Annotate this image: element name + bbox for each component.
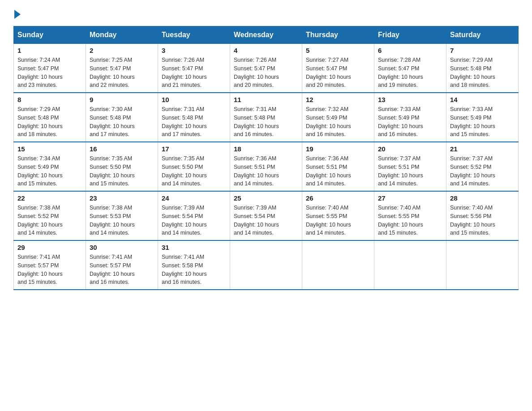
calendar-cell: 21 Sunrise: 7:37 AM Sunset: 5:52 PM Dayl… (446, 142, 519, 191)
calendar-header-thursday: Thursday (302, 26, 374, 44)
calendar-header-monday: Monday (86, 26, 158, 44)
day-number: 12 (306, 96, 370, 103)
day-info: Sunrise: 7:29 AM Sunset: 5:48 PM Dayligh… (450, 56, 515, 90)
day-info: Sunrise: 7:38 AM Sunset: 5:52 PM Dayligh… (17, 204, 82, 237)
page-header (13, 9, 519, 17)
day-info: Sunrise: 7:36 AM Sunset: 5:51 PM Dayligh… (306, 154, 370, 188)
calendar-cell (374, 240, 446, 290)
day-info: Sunrise: 7:24 AM Sunset: 5:47 PM Dayligh… (17, 56, 82, 90)
calendar-cell: 1 Sunrise: 7:24 AM Sunset: 5:47 PM Dayli… (14, 44, 86, 93)
calendar-cell: 13 Sunrise: 7:33 AM Sunset: 5:49 PM Dayl… (374, 93, 446, 142)
calendar-cell: 4 Sunrise: 7:26 AM Sunset: 5:47 PM Dayli… (230, 44, 302, 93)
day-info: Sunrise: 7:38 AM Sunset: 5:53 PM Dayligh… (90, 204, 154, 237)
calendar-cell: 26 Sunrise: 7:40 AM Sunset: 5:55 PM Dayl… (302, 191, 374, 240)
day-info: Sunrise: 7:28 AM Sunset: 5:47 PM Dayligh… (378, 56, 442, 90)
day-info: Sunrise: 7:27 AM Sunset: 5:47 PM Dayligh… (306, 56, 370, 90)
day-number: 15 (17, 145, 82, 153)
calendar-cell: 8 Sunrise: 7:29 AM Sunset: 5:48 PM Dayli… (14, 93, 86, 142)
calendar-cell: 6 Sunrise: 7:28 AM Sunset: 5:47 PM Dayli… (374, 44, 446, 93)
day-info: Sunrise: 7:37 AM Sunset: 5:52 PM Dayligh… (450, 154, 515, 188)
day-number: 14 (450, 96, 515, 103)
calendar-header-friday: Friday (374, 26, 446, 44)
calendar-cell: 10 Sunrise: 7:31 AM Sunset: 5:48 PM Dayl… (158, 93, 230, 142)
calendar-header-row: SundayMondayTuesdayWednesdayThursdayFrid… (14, 26, 519, 44)
day-number: 20 (378, 145, 442, 153)
day-info: Sunrise: 7:31 AM Sunset: 5:48 PM Dayligh… (234, 105, 298, 139)
calendar-cell: 27 Sunrise: 7:40 AM Sunset: 5:55 PM Dayl… (374, 191, 446, 240)
calendar-cell: 5 Sunrise: 7:27 AM Sunset: 5:47 PM Dayli… (302, 44, 374, 93)
logo (13, 9, 21, 17)
day-info: Sunrise: 7:29 AM Sunset: 5:48 PM Dayligh… (17, 105, 82, 139)
week-row-4: 22 Sunrise: 7:38 AM Sunset: 5:52 PM Dayl… (14, 191, 519, 240)
calendar-header-saturday: Saturday (446, 26, 519, 44)
day-info: Sunrise: 7:41 AM Sunset: 5:57 PM Dayligh… (17, 253, 82, 287)
day-number: 19 (306, 145, 370, 153)
day-info: Sunrise: 7:33 AM Sunset: 5:49 PM Dayligh… (378, 105, 442, 139)
day-info: Sunrise: 7:26 AM Sunset: 5:47 PM Dayligh… (162, 56, 226, 90)
day-number: 30 (90, 244, 154, 251)
calendar-cell: 31 Sunrise: 7:41 AM Sunset: 5:58 PM Dayl… (158, 240, 230, 290)
day-number: 22 (17, 194, 82, 202)
day-number: 26 (306, 194, 370, 202)
day-info: Sunrise: 7:39 AM Sunset: 5:54 PM Dayligh… (162, 204, 226, 237)
day-number: 3 (162, 47, 226, 54)
day-info: Sunrise: 7:41 AM Sunset: 5:58 PM Dayligh… (162, 253, 226, 287)
day-number: 17 (162, 145, 226, 153)
day-number: 29 (17, 244, 82, 251)
calendar-cell: 16 Sunrise: 7:35 AM Sunset: 5:50 PM Dayl… (86, 142, 158, 191)
day-info: Sunrise: 7:40 AM Sunset: 5:55 PM Dayligh… (306, 204, 370, 237)
calendar-cell (446, 240, 519, 290)
calendar-header-sunday: Sunday (14, 26, 86, 44)
calendar-cell: 15 Sunrise: 7:34 AM Sunset: 5:49 PM Dayl… (14, 142, 86, 191)
day-number: 21 (450, 145, 515, 153)
day-number: 9 (90, 96, 154, 103)
day-number: 2 (90, 47, 154, 54)
calendar-cell: 25 Sunrise: 7:39 AM Sunset: 5:54 PM Dayl… (230, 191, 302, 240)
day-number: 1 (17, 47, 82, 54)
day-number: 23 (90, 194, 154, 202)
calendar-cell: 30 Sunrise: 7:41 AM Sunset: 5:57 PM Dayl… (86, 240, 158, 290)
calendar-header-tuesday: Tuesday (158, 26, 230, 44)
calendar-header-wednesday: Wednesday (230, 26, 302, 44)
calendar-cell: 28 Sunrise: 7:40 AM Sunset: 5:56 PM Dayl… (446, 191, 519, 240)
day-number: 5 (306, 47, 370, 54)
calendar-cell: 9 Sunrise: 7:30 AM Sunset: 5:48 PM Dayli… (86, 93, 158, 142)
calendar-cell: 7 Sunrise: 7:29 AM Sunset: 5:48 PM Dayli… (446, 44, 519, 93)
calendar-cell: 22 Sunrise: 7:38 AM Sunset: 5:52 PM Dayl… (14, 191, 86, 240)
day-info: Sunrise: 7:25 AM Sunset: 5:47 PM Dayligh… (90, 56, 154, 90)
calendar-cell: 19 Sunrise: 7:36 AM Sunset: 5:51 PM Dayl… (302, 142, 374, 191)
week-row-3: 15 Sunrise: 7:34 AM Sunset: 5:49 PM Dayl… (14, 142, 519, 191)
calendar-cell: 2 Sunrise: 7:25 AM Sunset: 5:47 PM Dayli… (86, 44, 158, 93)
week-row-2: 8 Sunrise: 7:29 AM Sunset: 5:48 PM Dayli… (14, 93, 519, 142)
day-number: 31 (162, 244, 226, 251)
calendar-table: SundayMondayTuesdayWednesdayThursdayFrid… (13, 26, 519, 290)
day-number: 4 (234, 47, 298, 54)
calendar-cell: 17 Sunrise: 7:35 AM Sunset: 5:50 PM Dayl… (158, 142, 230, 191)
calendar-cell: 18 Sunrise: 7:36 AM Sunset: 5:51 PM Dayl… (230, 142, 302, 191)
day-info: Sunrise: 7:41 AM Sunset: 5:57 PM Dayligh… (90, 253, 154, 287)
day-info: Sunrise: 7:34 AM Sunset: 5:49 PM Dayligh… (17, 154, 82, 188)
calendar-cell: 23 Sunrise: 7:38 AM Sunset: 5:53 PM Dayl… (86, 191, 158, 240)
day-number: 6 (378, 47, 442, 54)
calendar-cell (302, 240, 374, 290)
calendar-cell: 24 Sunrise: 7:39 AM Sunset: 5:54 PM Dayl… (158, 191, 230, 240)
day-number: 28 (450, 194, 515, 202)
day-info: Sunrise: 7:30 AM Sunset: 5:48 PM Dayligh… (90, 105, 154, 139)
day-number: 24 (162, 194, 226, 202)
day-info: Sunrise: 7:35 AM Sunset: 5:50 PM Dayligh… (90, 154, 154, 188)
day-number: 10 (162, 96, 226, 103)
day-info: Sunrise: 7:26 AM Sunset: 5:47 PM Dayligh… (234, 56, 298, 90)
day-info: Sunrise: 7:37 AM Sunset: 5:51 PM Dayligh… (378, 154, 442, 188)
day-number: 25 (234, 194, 298, 202)
day-info: Sunrise: 7:35 AM Sunset: 5:50 PM Dayligh… (162, 154, 226, 188)
day-number: 27 (378, 194, 442, 202)
day-info: Sunrise: 7:32 AM Sunset: 5:49 PM Dayligh… (306, 105, 370, 139)
week-row-5: 29 Sunrise: 7:41 AM Sunset: 5:57 PM Dayl… (14, 240, 519, 290)
day-info: Sunrise: 7:33 AM Sunset: 5:49 PM Dayligh… (450, 105, 515, 139)
calendar-cell: 20 Sunrise: 7:37 AM Sunset: 5:51 PM Dayl… (374, 142, 446, 191)
week-row-1: 1 Sunrise: 7:24 AM Sunset: 5:47 PM Dayli… (14, 44, 519, 93)
day-info: Sunrise: 7:39 AM Sunset: 5:54 PM Dayligh… (234, 204, 298, 237)
day-info: Sunrise: 7:40 AM Sunset: 5:56 PM Dayligh… (450, 204, 515, 237)
logo-arrow-icon (14, 10, 21, 19)
day-info: Sunrise: 7:31 AM Sunset: 5:48 PM Dayligh… (162, 105, 226, 139)
